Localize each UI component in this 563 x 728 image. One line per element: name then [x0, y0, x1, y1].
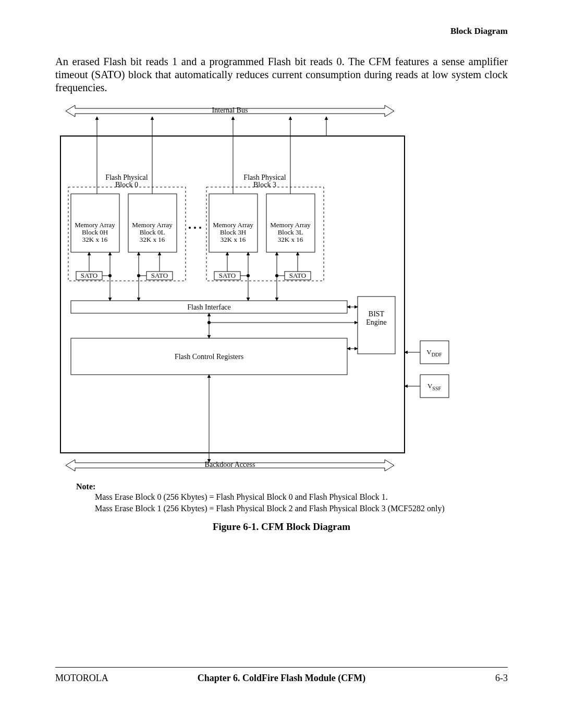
svg-text:BIST: BIST	[369, 310, 385, 318]
svg-text:Flash Physical: Flash Physical	[105, 174, 148, 181]
flash-physical-block-3: Flash Physical Block 3 Memory Array Bloc…	[206, 174, 324, 301]
footer-left: MOTOROLA	[55, 673, 108, 684]
block-diagram: Internal Bus Backdoor Access Flash Physi…	[55, 104, 498, 479]
footer-center: Chapter 6. ColdFire Flash Module (CFM)	[55, 673, 508, 684]
note-block: Note: Mass Erase Block 0 (256 Kbytes) = …	[76, 482, 508, 514]
svg-point-21	[189, 227, 191, 229]
svg-text:32K x 16: 32K x 16	[278, 236, 303, 243]
page-footer: MOTOROLA Chapter 6. ColdFire Flash Modul…	[55, 667, 508, 684]
flash-physical-block-0: Flash Physical Block 0 Memory Array Bloc…	[68, 174, 186, 301]
svg-point-22	[194, 227, 196, 229]
svg-text:Memory Array: Memory Array	[213, 221, 253, 229]
svg-text:Engine: Engine	[366, 318, 387, 326]
svg-text:Block 0: Block 0	[115, 181, 138, 189]
vddf-box: VDDF	[405, 341, 449, 364]
vssf-box: VSSF	[405, 375, 449, 398]
flash-interface-label: Flash Interface	[187, 303, 231, 311]
footer-right: 6-3	[495, 673, 508, 684]
svg-text:Block 0L: Block 0L	[140, 228, 165, 236]
internal-bus-label: Internal Bus	[212, 106, 248, 114]
note-line-1: Mass Erase Block 0 (256 Kbytes) = Flash …	[95, 491, 508, 503]
svg-text:32K x 16: 32K x 16	[82, 236, 108, 243]
header-title: Block Diagram	[55, 26, 508, 36]
svg-text:32K x 16: 32K x 16	[140, 236, 165, 243]
svg-text:Block 0H: Block 0H	[82, 228, 108, 236]
svg-text:Flash Physical: Flash Physical	[243, 174, 286, 181]
backdoor-access-label: Backdoor Access	[205, 461, 255, 468]
note-line-2: Mass Erase Block 1 (256 Kbytes) = Flash …	[95, 503, 508, 514]
backdoor-access-shape: Backdoor Access	[66, 460, 394, 471]
svg-text:Block 3H: Block 3H	[220, 228, 246, 236]
svg-point-23	[199, 227, 201, 229]
svg-text:Memory Array: Memory Array	[132, 221, 173, 229]
figure-caption: Figure 6-1. CFM Block Diagram	[55, 521, 508, 533]
svg-text:Memory Array: Memory Array	[75, 221, 115, 229]
module-border	[60, 136, 405, 453]
svg-text:SATO: SATO	[219, 272, 236, 279]
flash-control-registers-label: Flash Control Registers	[175, 353, 243, 361]
svg-text:Block 3L: Block 3L	[278, 228, 303, 236]
internal-bus-shape: Internal Bus	[66, 105, 394, 117]
svg-text:Memory Array: Memory Array	[270, 221, 311, 229]
ellipsis-icon	[189, 227, 201, 229]
svg-text:SATO: SATO	[151, 272, 168, 279]
note-label: Note:	[76, 482, 508, 491]
svg-text:SATO: SATO	[81, 272, 97, 279]
svg-text:Block 3: Block 3	[253, 181, 276, 189]
svg-text:32K x 16: 32K x 16	[221, 236, 246, 243]
svg-text:SATO: SATO	[289, 272, 306, 279]
body-paragraph: An erased Flash bit reads 1 and a progra…	[55, 55, 508, 94]
